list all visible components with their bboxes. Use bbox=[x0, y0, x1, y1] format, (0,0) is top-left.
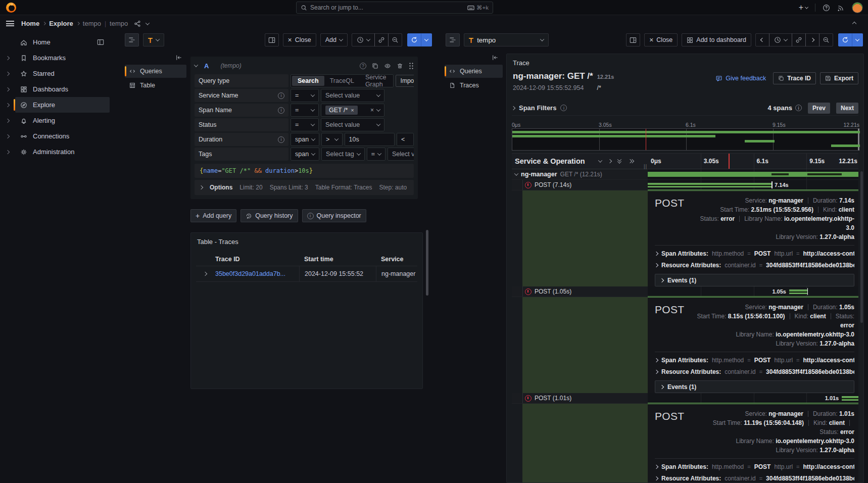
span-bar-cell[interactable] bbox=[648, 169, 858, 179]
span-filters-expand-icon[interactable] bbox=[511, 106, 515, 110]
sidebar-item-body[interactable]: Starred bbox=[15, 66, 110, 81]
collapse-one-icon[interactable] bbox=[598, 158, 602, 162]
sidebar-item-administration[interactable]: Administration bbox=[0, 144, 115, 160]
expand-icon[interactable] bbox=[0, 119, 15, 122]
time-picker-button[interactable] bbox=[352, 33, 375, 46]
sidebar-item-alerting[interactable]: Alerting bbox=[0, 113, 115, 128]
span-filters-label[interactable]: Span Filters bbox=[519, 104, 556, 112]
share-icon[interactable] bbox=[134, 20, 141, 27]
query-type-tab-service-graph[interactable]: Service Graph bbox=[360, 76, 392, 86]
attributes-row[interactable]: Span Attributes:http.method=POSThttp.url… bbox=[655, 357, 854, 364]
query-history-button[interactable]: Query history bbox=[240, 209, 298, 222]
query-ref-id[interactable]: A bbox=[204, 62, 209, 70]
tags-scope-select[interactable]: span bbox=[291, 148, 319, 161]
tags-value-select[interactable]: Select va bbox=[388, 148, 414, 161]
collapse-toolbar-icon[interactable] bbox=[852, 21, 856, 25]
status-select[interactable]: Select value bbox=[321, 118, 384, 131]
search-input[interactable]: Search or jump to... ⌘+k bbox=[296, 2, 493, 14]
split-view-button[interactable] bbox=[626, 33, 640, 46]
zoom-out-button[interactable] bbox=[388, 33, 402, 46]
duration-operator-2[interactable]: < bbox=[397, 133, 414, 146]
attributes-row[interactable]: Resource Attributes:container.id=304fd88… bbox=[655, 368, 854, 375]
sidebar-item-dashboards[interactable]: Dashboards bbox=[0, 81, 115, 97]
trace-id-link[interactable]: 35be0f3d29a01adda7b... bbox=[214, 270, 299, 277]
breadcrumb-tempo-tab[interactable]: tempo bbox=[110, 20, 128, 27]
clear-select-icon[interactable]: × bbox=[370, 107, 374, 114]
help-icon[interactable] bbox=[823, 4, 830, 12]
status-operator[interactable]: = bbox=[291, 118, 319, 131]
query-type-tab-search[interactable]: Search bbox=[292, 76, 324, 86]
duration-operator[interactable]: > bbox=[321, 133, 342, 146]
give-feedback-link[interactable]: Give feedback bbox=[715, 75, 766, 82]
column-resize-handle[interactable]: || bbox=[644, 164, 647, 169]
collapse-all-icon[interactable] bbox=[618, 159, 622, 164]
expand-icon[interactable] bbox=[0, 151, 15, 154]
col-service[interactable]: Service bbox=[376, 253, 417, 266]
span-row[interactable]: POST (7.14s)7.14s bbox=[512, 180, 858, 190]
query-help-icon[interactable]: ? bbox=[360, 63, 366, 69]
events-row[interactable]: Events (1) bbox=[655, 274, 854, 286]
rail-item-queries[interactable]: Queries bbox=[445, 65, 503, 78]
attributes-row[interactable]: Resource Attributes:container.id=304fd88… bbox=[655, 475, 854, 482]
copy-link-button[interactable] bbox=[374, 33, 389, 46]
span-bar[interactable] bbox=[842, 396, 858, 401]
time-shift-back-button[interactable] bbox=[755, 33, 769, 46]
tags-operator[interactable]: = bbox=[367, 148, 385, 161]
refresh-interval-caret[interactable] bbox=[852, 33, 863, 46]
breadcrumb-explore[interactable]: Explore bbox=[49, 20, 73, 27]
sidebar-item-starred[interactable]: Starred bbox=[0, 66, 115, 81]
import-trace-button[interactable]: Import trace bbox=[396, 75, 414, 87]
left-pane-scrollbar[interactable] bbox=[426, 230, 428, 296]
col-trace-id[interactable]: Trace ID bbox=[214, 256, 299, 263]
time-shift-forward-button[interactable] bbox=[805, 33, 819, 46]
sidebar-item-body[interactable]: Dashboards bbox=[15, 81, 110, 97]
expand-all-icon[interactable] bbox=[629, 159, 634, 164]
breadcrumb-home[interactable]: Home bbox=[21, 20, 39, 27]
add-dropdown-button[interactable]: Add bbox=[320, 33, 348, 46]
trace-id-button[interactable]: Trace ID bbox=[773, 72, 816, 84]
span-name-cell[interactable]: POST (7.14s) bbox=[512, 180, 648, 190]
add-new-button[interactable]: + bbox=[799, 4, 808, 12]
collapse-rail-icon[interactable] bbox=[175, 55, 182, 61]
remove-query-icon[interactable] bbox=[397, 63, 403, 69]
trace-minimap[interactable]: 0μs3.05s6.1s9.15s12.21s bbox=[512, 122, 859, 151]
sidebar-item-body[interactable]: Administration bbox=[15, 144, 110, 160]
grafana-logo[interactable] bbox=[6, 3, 16, 13]
span-row-root[interactable]: ng-managerGET /* (12.21s) bbox=[512, 169, 858, 180]
duplicate-query-icon[interactable] bbox=[372, 63, 378, 69]
sidebar-item-body[interactable]: Home bbox=[15, 34, 110, 50]
time-picker-button[interactable] bbox=[769, 33, 792, 46]
expand-icon[interactable] bbox=[0, 104, 15, 107]
breadcrumb-tempo[interactable]: tempo bbox=[83, 20, 101, 27]
span-bar[interactable] bbox=[789, 289, 807, 294]
zoom-out-button[interactable] bbox=[819, 33, 833, 46]
tags-tag-select[interactable]: Select tag bbox=[321, 148, 365, 161]
expand-icon[interactable] bbox=[0, 57, 15, 60]
refresh-interval-caret[interactable] bbox=[421, 33, 432, 46]
prev-span-button[interactable]: Prev bbox=[808, 103, 830, 114]
expand-icon[interactable] bbox=[0, 88, 15, 91]
duration-scope-select[interactable]: span bbox=[291, 133, 319, 146]
attributes-row[interactable]: Span Attributes:http.method=POSThttp.url… bbox=[655, 463, 854, 470]
add-to-dashboard-button[interactable]: Add to dashboard bbox=[682, 33, 751, 46]
span-name-select[interactable]: GET /*× × bbox=[321, 104, 384, 117]
root-span-bar[interactable] bbox=[648, 172, 858, 177]
split-view-button[interactable] bbox=[265, 33, 279, 46]
collapse-query-icon[interactable] bbox=[194, 63, 198, 67]
span-bar-cell[interactable]: 1.05s bbox=[648, 286, 858, 297]
sidebar-item-body[interactable]: Connections bbox=[15, 128, 110, 144]
col-start-time[interactable]: Start time bbox=[299, 253, 376, 266]
sidebar-item-body[interactable]: Explore bbox=[15, 97, 110, 113]
attributes-row[interactable]: Resource Attributes:container.id=304fd88… bbox=[655, 262, 854, 269]
user-avatar[interactable] bbox=[852, 2, 863, 13]
sidebar-item-explore[interactable]: Explore bbox=[0, 97, 115, 113]
sidebar-item-connections[interactable]: Connections bbox=[0, 128, 115, 144]
query-options-row[interactable]: Options Limit: 20Spans Limit: 3Table For… bbox=[195, 180, 414, 195]
attributes-row[interactable]: Span Attributes:http.method=POSThttp.url… bbox=[655, 250, 854, 257]
datasource-picker-left[interactable]: T bbox=[143, 33, 164, 46]
span-name-chip[interactable]: GET /*× bbox=[325, 106, 358, 115]
row-expand-icon[interactable] bbox=[203, 272, 207, 276]
rail-item-traces[interactable]: Traces bbox=[445, 79, 503, 92]
refresh-button[interactable] bbox=[838, 33, 852, 46]
dock-menu-icon[interactable] bbox=[97, 38, 105, 46]
